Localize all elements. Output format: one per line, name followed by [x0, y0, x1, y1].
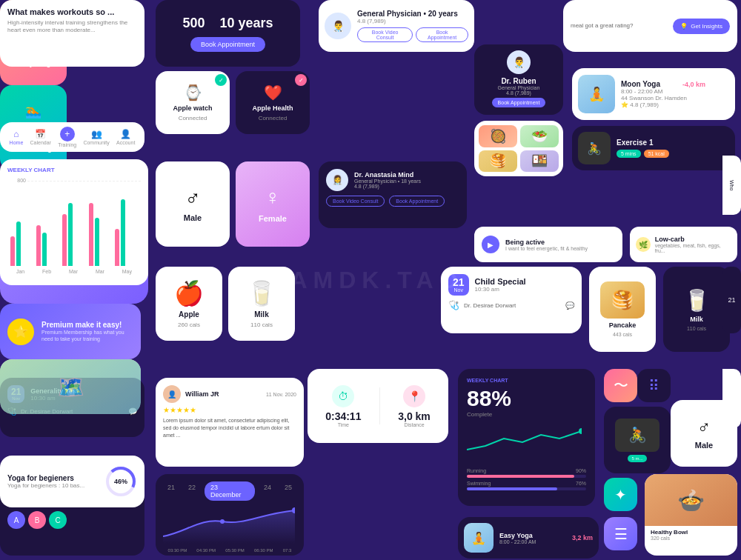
food-img-1: 🥘	[479, 125, 517, 147]
check-badge-teal: ✓	[215, 74, 227, 86]
female-label: Female	[259, 214, 287, 223]
nav-community[interactable]: 👥 Community	[83, 129, 109, 145]
being-active-card: ▶ Being active I want to feel energetic,…	[474, 227, 622, 262]
stat-value1: 500	[182, 16, 205, 31]
apple-cals: 260 cals	[178, 321, 200, 328]
bar-teal-3	[68, 203, 73, 266]
doctor-rating: 4.8 (7,989)	[357, 18, 468, 24]
swim-icon: 🏊	[25, 103, 41, 119]
workout-time-card: ⏱ 0:34:11 Time 📍 3,0 km Distance	[308, 369, 448, 443]
food-photo-img: 🍲	[645, 474, 737, 526]
milk-cals: 110 cals	[250, 321, 273, 328]
nav-home[interactable]: ⌂ Home	[10, 129, 24, 145]
cal-date-22[interactable]: 22	[184, 481, 200, 501]
yp-title: Yoga for begieners	[7, 474, 84, 482]
insights-card: meal got a great rating? 💡 Get Insights	[563, 0, 737, 52]
ey-name: Easy Yoga	[499, 532, 536, 539]
distance-icon: 📍	[403, 385, 425, 407]
weekly-dark-card: WEEKLY CHART 88% Complete Running 90% Sw…	[458, 369, 595, 506]
workouts-desc: High-intensity interval training strengt…	[7, 19, 137, 35]
doctor-avatar: 👨‍⚕️	[325, 13, 351, 39]
review-card: 👤 William JR 11 Nov. 2020 ★★★★★ Lorem ip…	[156, 378, 304, 467]
menu-icon: ☰	[614, 525, 628, 543]
book-video-consult-btn[interactable]: Book Video Consult	[357, 27, 413, 42]
teal-icon-card: ✦	[604, 478, 637, 511]
child-special-card: 21 Nov Child Special 10:30 am 🩺 Dr. Desi…	[441, 267, 582, 333]
premium-card: ⭐ Premium make it easy! Premium Membersh…	[0, 304, 141, 359]
nav-training[interactable]: + Training	[58, 127, 76, 147]
book-appointment-top-btn[interactable]: Book Appointment	[416, 27, 468, 42]
milk-emoji: 🥛	[247, 279, 276, 307]
ey-time: 8:00 - 22:00 AM	[499, 539, 536, 544]
wc-complete: Complete	[467, 411, 586, 418]
doctor-name: General Physician • 20 years	[357, 10, 468, 18]
cal-date-24[interactable]: 24	[259, 481, 276, 501]
milk-right-cals: 110 cals	[687, 326, 706, 331]
apple-name: Apple	[179, 310, 199, 319]
apple-health-status: Connected	[259, 115, 288, 121]
nav-calendar[interactable]: 📅 Calendar	[30, 129, 51, 145]
anastasia-video-btn[interactable]: Book Video Consult	[326, 196, 385, 207]
male-card: ♂️ Male	[156, 161, 230, 247]
stat-value2: 10 years	[219, 16, 273, 31]
yoga-progress-card: Yoga for begieners Yoga for begieners : …	[0, 456, 144, 507]
map-placeholder: 🗺️	[0, 359, 141, 414]
hero-av-1: A	[7, 511, 25, 529]
chart-labels: Jan Feb Mar Mar May	[7, 269, 141, 274]
cal-date-23[interactable]: 23 December	[205, 481, 255, 501]
workout-time: 0:34:11	[325, 410, 361, 422]
lowcarb-icon: 🌿	[636, 237, 651, 252]
bar-pink-2	[36, 225, 41, 266]
insights-text: meal got a great rating?	[571, 21, 634, 30]
workouts-card: What makes workouts so ... High-intensit…	[0, 0, 144, 67]
cal-date-21[interactable]: 21	[163, 481, 179, 501]
low-carb-card: 🌿 Low-carb vegetables, meat, fish, eggs,…	[630, 227, 737, 262]
ey-dist: 3,2 km	[572, 534, 593, 541]
anastasia-appt-btn[interactable]: Book Appointment	[389, 196, 445, 207]
apple-health-card: ✓ ❤️ Apple Health Connected	[236, 71, 310, 134]
play-btn[interactable]: ▶	[482, 236, 499, 253]
book-appointment-btn[interactable]: Book Appointment	[190, 37, 265, 52]
bottom-nav: ⌂ Home 📅 Calendar + Training 👥 Community…	[0, 122, 144, 152]
plus-icon: +	[60, 127, 75, 141]
yp-sub: Yoga for begieners : 10 bas...	[7, 482, 84, 489]
review-date: 11 Nov. 2020	[266, 392, 296, 397]
anastasia-spec: General Physician • 18 years	[354, 179, 421, 184]
swimming-pct: 76%	[576, 481, 586, 486]
pancake-card: 🥞 Pancake 443 cals	[589, 267, 656, 352]
svg-point-4	[220, 519, 225, 524]
cs-day: 21	[453, 277, 465, 287]
male-label: Male	[184, 213, 202, 222]
cs-month: Nov	[453, 287, 465, 293]
kcal-badge: 51 kcal	[644, 150, 669, 158]
who-partial-card: Who	[722, 156, 741, 215]
swimming-label-dark: Swimming	[467, 481, 491, 486]
milk-right-card: 🥛 Milk 110 cals	[663, 267, 730, 352]
activity-icon-card-2: ⠿	[637, 369, 671, 402]
time-label: Time	[325, 422, 361, 427]
community-icon: 👥	[91, 129, 102, 139]
yoga-thumb: 🧘	[578, 75, 615, 113]
cal-date-25[interactable]: 25	[280, 481, 296, 501]
date-21-partial: 21	[728, 296, 735, 304]
food-img-2: 🥗	[520, 125, 559, 147]
hero-av-3: C	[49, 511, 67, 529]
chart-area	[7, 184, 141, 266]
swimming-bar	[467, 487, 557, 490]
food-photo-name: Healthy Bowl	[651, 529, 731, 536]
weekly-chart-card: WEEKLY CHART 800 Jan Feb Mar Mar	[0, 159, 148, 285]
pancake-name: Pancake	[609, 321, 637, 329]
yoga-location: 44 Swanson Dr. Hamden	[621, 95, 705, 101]
exercise-rb-card: 🚴 5 m...	[604, 407, 671, 473]
bar-group-5	[115, 199, 138, 266]
ruben-name: Dr. Ruben	[501, 77, 536, 85]
nav-account[interactable]: 👤 Account	[116, 129, 135, 145]
bar-group-3	[62, 203, 85, 266]
watermark: IAMDK.TAO	[278, 267, 464, 294]
premium-icon: ⭐	[7, 319, 34, 345]
get-insights-btn[interactable]: 💡 Get Insights	[673, 19, 730, 34]
who-label: Who	[729, 180, 734, 190]
bar-group-2	[36, 225, 59, 266]
male-right-icon: ♂️	[697, 417, 711, 438]
ruben-book-btn[interactable]: Book Appointment	[492, 98, 546, 107]
